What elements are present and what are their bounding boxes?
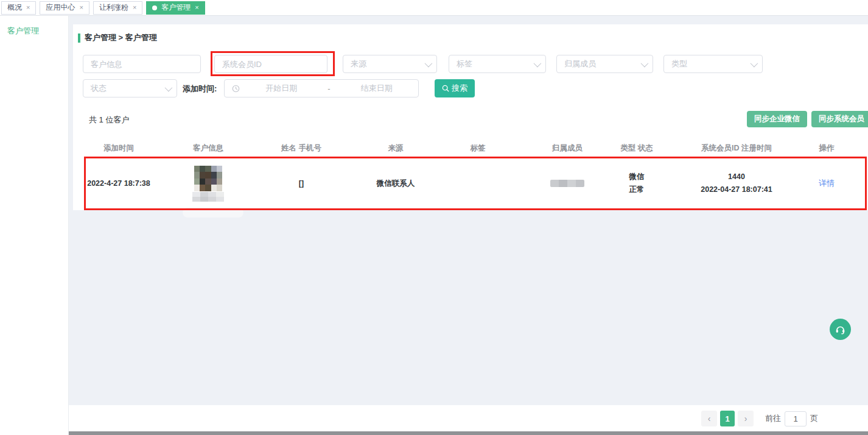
breadcrumb-accent-bar: [78, 34, 80, 43]
cell-member-id-register-time: 1440 2022-04-27 18:07:41: [654, 157, 819, 210]
prev-page-button[interactable]: ‹: [701, 411, 717, 426]
current-page-button[interactable]: 1: [720, 411, 735, 426]
header-customer-info: 客户信息: [164, 141, 252, 155]
cell-action: 详情: [819, 157, 834, 210]
page-unit-label: 页: [810, 413, 818, 424]
pagination-bar: ‹ 1 › 前往 页: [69, 405, 868, 431]
header-type-status: 类型 状态: [620, 141, 654, 155]
customer-info-input[interactable]: [83, 55, 201, 73]
goto-page-input[interactable]: [785, 411, 807, 426]
source-select[interactable]: 来源: [343, 55, 437, 73]
tab-profit-fans[interactable]: 让利涨粉 ×: [93, 1, 142, 15]
redacted-owner-member: [550, 180, 584, 187]
chevron-down-icon: [641, 59, 649, 67]
register-time-value: 2022-04-27 18:07:41: [701, 183, 772, 196]
add-time-label: 添加时间:: [183, 83, 217, 94]
sidebar-item-customer-management[interactable]: 客户管理: [0, 16, 68, 46]
end-date-placeholder[interactable]: 结束日期: [335, 83, 419, 94]
cell-type-status: 微信 正常: [620, 157, 654, 210]
header-member-id-register-time: 系统会员ID 注册时间: [654, 141, 819, 155]
close-icon[interactable]: ×: [133, 4, 136, 11]
header-action: 操作: [819, 141, 834, 155]
search-icon: [442, 85, 449, 92]
start-date-placeholder[interactable]: 开始日期: [240, 83, 323, 94]
avatar: [194, 166, 222, 191]
table-row: 2022-4-27 18:7:38 [] 微信联系人 微信 正常 1440 20…: [73, 157, 868, 210]
breadcrumb: 客户管理 > 客户管理: [78, 32, 157, 43]
status-value: 正常: [629, 183, 645, 196]
close-icon[interactable]: ×: [26, 4, 30, 11]
tab-label: 概况: [7, 2, 22, 13]
sidebar: 客户管理: [0, 16, 69, 435]
tab-customer-management-active[interactable]: 客户管理 ×: [146, 1, 205, 15]
tab-label: 客户管理: [161, 2, 191, 13]
chevron-down-icon: [751, 59, 758, 67]
tab-label: 应用中心: [46, 2, 75, 13]
chevron-right-icon: ›: [744, 414, 747, 423]
chevron-down-icon: [165, 83, 173, 91]
tab-app-center[interactable]: 应用中心 ×: [40, 1, 89, 15]
horizontal-scrollbar-thumb[interactable]: [69, 431, 868, 435]
date-range-picker[interactable]: 开始日期 - 结束日期: [224, 79, 419, 97]
tab-overview[interactable]: 概况 ×: [1, 1, 36, 15]
detail-link[interactable]: 详情: [819, 178, 835, 189]
customer-count-text: 共 1 位客户: [89, 115, 129, 126]
header-add-time: 添加时间: [73, 141, 164, 155]
cell-tag: [441, 157, 515, 210]
chevron-down-icon: [425, 59, 433, 67]
owner-select-placeholder: 归属成员: [564, 58, 596, 69]
chevron-down-icon: [534, 59, 542, 67]
status-select[interactable]: 状态: [83, 79, 177, 97]
cell-name-phone: []: [252, 157, 351, 210]
tag-select-placeholder: 标签: [457, 58, 472, 69]
date-separator: -: [323, 84, 335, 93]
goto-page-group: 前往 页: [765, 411, 818, 426]
active-dot-icon: [152, 5, 157, 10]
cell-add-time: 2022-4-27 18:7:38: [73, 157, 164, 210]
tooltip-remnant: [183, 208, 243, 217]
sync-system-member-button[interactable]: 同步系统会员: [811, 111, 868, 127]
clock-icon: [232, 85, 240, 93]
cell-owner-member: [515, 157, 620, 210]
content-card: 客户管理 > 客户管理 来源 标签 归属成员 类型 状态 添加时间:: [73, 24, 868, 210]
table-header: 添加时间 客户信息 姓名 手机号 来源 标签 归属成员 类型 状态 系统会员ID…: [73, 141, 868, 155]
headset-icon: [835, 324, 846, 335]
redacted-customer-name: [192, 192, 224, 202]
header-owner-member: 归属成员: [515, 141, 620, 155]
search-button[interactable]: 搜索: [435, 79, 475, 97]
type-select[interactable]: 类型: [663, 55, 763, 73]
pager: ‹ 1 › 前往 页: [701, 411, 818, 426]
status-select-placeholder: 状态: [91, 83, 107, 94]
chevron-left-icon: ‹: [708, 414, 711, 423]
breadcrumb-text: 客户管理 > 客户管理: [85, 32, 157, 43]
goto-label: 前往: [765, 413, 781, 424]
type-select-placeholder: 类型: [671, 58, 687, 69]
close-icon[interactable]: ×: [195, 4, 198, 11]
close-icon[interactable]: ×: [79, 4, 83, 11]
type-value: 微信: [629, 171, 645, 183]
search-button-label: 搜索: [452, 83, 467, 94]
sync-wecom-button[interactable]: 同步企业微信: [747, 111, 807, 127]
system-member-id-input[interactable]: [214, 55, 327, 73]
customer-service-fab[interactable]: [830, 319, 851, 340]
owner-member-select[interactable]: 归属成员: [556, 55, 653, 73]
next-page-button[interactable]: ›: [738, 411, 754, 426]
cell-customer-info: [164, 157, 252, 210]
header-name-phone: 姓名 手机号: [252, 141, 351, 155]
tag-select[interactable]: 标签: [449, 55, 546, 73]
customer-management-screen: 概况 × 应用中心 × 让利涨粉 × 客户管理 × 客户管理 客户管理 > 客户…: [0, 0, 868, 435]
member-id-value: 1440: [728, 171, 745, 183]
tab-bar: 概况 × 应用中心 × 让利涨粉 × 客户管理 ×: [0, 0, 868, 16]
source-select-placeholder: 来源: [351, 58, 366, 69]
cell-source: 微信联系人: [351, 157, 441, 210]
tab-label: 让利涨粉: [99, 2, 128, 13]
header-tag: 标签: [441, 141, 515, 155]
header-source: 来源: [351, 141, 441, 155]
